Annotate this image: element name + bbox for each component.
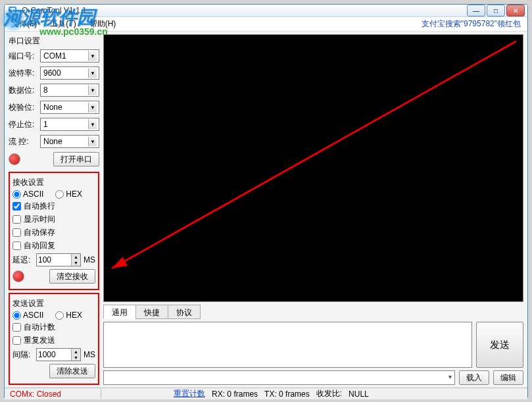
svg-marker-3 xyxy=(112,257,128,268)
autowrap-checkbox[interactable] xyxy=(12,202,21,211)
delay-unit: MS xyxy=(84,255,95,264)
recv-ascii-label: ASCII xyxy=(23,189,43,199)
showtime-checkbox[interactable] xyxy=(12,215,21,224)
interval-unit: MS xyxy=(84,350,95,359)
databits-select[interactable]: 8 xyxy=(40,84,99,97)
send-hex-radio[interactable] xyxy=(55,311,64,320)
baud-select[interactable]: 9600 xyxy=(40,66,99,80)
baud-label: 波特率: xyxy=(9,68,37,79)
status-ratio-value: NULL xyxy=(349,389,369,399)
port-select[interactable]: COM1 xyxy=(40,49,99,63)
interval-up[interactable]: ▲ xyxy=(71,349,80,355)
delay-label: 延迟: xyxy=(12,255,34,266)
recv-hex-label: HEX xyxy=(66,189,82,199)
app-icon xyxy=(7,5,18,16)
menu-tools[interactable]: 工具(T) xyxy=(47,17,78,31)
edit-button[interactable]: 编辑 xyxy=(493,370,523,385)
recv-group-label: 接收设置 xyxy=(12,177,95,188)
parity-select[interactable]: None xyxy=(40,101,99,114)
clear-send-button[interactable]: 清除发送 xyxy=(49,364,95,378)
reset-count-link[interactable]: 重置计数 xyxy=(174,388,205,399)
stopbits-select[interactable]: 1 xyxy=(40,118,99,131)
status-rx: RX: 0 frames xyxy=(212,389,258,399)
window-title: O-ComTool V1.1.1 xyxy=(22,6,467,15)
statusbar: COMx: Closed 重置计数 RX: 0 frames TX: 0 fra… xyxy=(5,388,527,399)
send-button[interactable]: 发送 xyxy=(476,322,523,368)
menu-file[interactable]: 文件(F) xyxy=(9,17,39,31)
main-area: 通用 快捷 协议 发送 载入 编辑 xyxy=(103,32,527,388)
serial-group-label: 串口设置 xyxy=(9,36,99,47)
stop-label: 停止位: xyxy=(9,119,37,130)
send-group-label: 发送设置 xyxy=(12,298,95,309)
clear-recv-button[interactable]: 清空接收 xyxy=(49,269,95,284)
app-window: O-ComTool V1.1.1 — □ ✕ 文件(F) 工具(T) 帮助(H)… xyxy=(4,4,528,398)
tab-protocol[interactable]: 协议 xyxy=(168,305,201,319)
status-port: COMx: Closed xyxy=(10,389,101,399)
sidebar: 串口设置 端口号:COM1 波特率:9600 数据位:8 校验位:None 停止… xyxy=(5,32,103,388)
delay-up[interactable]: ▲ xyxy=(71,254,80,260)
autoreply-checkbox[interactable] xyxy=(12,241,21,250)
svg-rect-1 xyxy=(10,8,15,13)
showtime-label: 显示时间 xyxy=(24,214,55,225)
tab-quick[interactable]: 快捷 xyxy=(135,305,168,319)
recv-status-led xyxy=(12,270,24,282)
interval-down[interactable]: ▼ xyxy=(71,355,80,361)
send-ascii-radio[interactable] xyxy=(12,311,21,320)
receive-terminal[interactable] xyxy=(103,34,523,302)
autocount-label: 自动计数 xyxy=(24,322,55,333)
open-port-button[interactable]: 打开串口 xyxy=(53,152,99,166)
send-hex-label: HEX xyxy=(66,311,82,320)
menu-help[interactable]: 帮助(H) xyxy=(87,17,119,31)
data-label: 数据位: xyxy=(9,85,37,96)
annotation-arrow xyxy=(104,35,523,301)
send-ascii-label: ASCII xyxy=(23,311,43,320)
repeat-label: 重复发送 xyxy=(24,335,55,346)
titlebar[interactable]: O-ComTool V1.1.1 — □ ✕ xyxy=(5,5,527,17)
flowctrl-select[interactable]: None xyxy=(40,135,99,148)
minimize-button[interactable]: — xyxy=(467,5,485,16)
autocount-checkbox[interactable] xyxy=(12,323,21,332)
port-label: 端口号: xyxy=(9,51,37,62)
autoreply-label: 自动回复 xyxy=(24,240,55,251)
recv-hex-radio[interactable] xyxy=(55,190,64,199)
flow-label: 流 控: xyxy=(9,136,37,147)
status-tx: TX: 0 frames xyxy=(264,389,310,399)
delay-down[interactable]: ▼ xyxy=(71,260,80,266)
load-button[interactable]: 载入 xyxy=(459,370,489,385)
status-ratio-label: 收发比: xyxy=(316,388,342,399)
parity-label: 校验位: xyxy=(9,102,37,113)
maximize-button[interactable]: □ xyxy=(487,5,505,16)
svg-line-2 xyxy=(112,41,516,268)
history-combo[interactable] xyxy=(103,370,455,385)
autosave-checkbox[interactable] xyxy=(12,228,21,237)
serial-status-led xyxy=(9,153,20,165)
recv-ascii-radio[interactable] xyxy=(12,190,21,199)
tab-general[interactable]: 通用 xyxy=(103,305,136,319)
send-tabs: 通用 快捷 协议 xyxy=(103,305,523,319)
send-textarea[interactable] xyxy=(103,322,472,368)
close-button[interactable]: ✕ xyxy=(506,5,525,16)
interval-label: 间隔: xyxy=(12,349,34,361)
alipay-link[interactable]: 支付宝搜索"9795782"领红包 xyxy=(422,18,521,30)
repeat-checkbox[interactable] xyxy=(12,336,21,345)
autowrap-label: 自动换行 xyxy=(24,201,55,212)
menubar: 文件(F) 工具(T) 帮助(H) 支付宝搜索"9795782"领红包 xyxy=(5,17,527,32)
autosave-label: 自动保存 xyxy=(24,227,55,238)
